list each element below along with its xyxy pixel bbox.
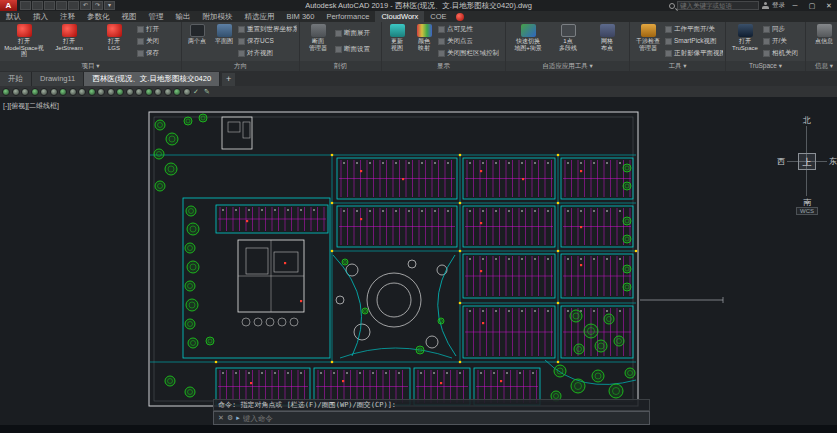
panel-label-adaptive-tools[interactable]: 自适应应用工具 ▾ [506, 61, 629, 71]
panel-label-orientation[interactable]: 方向 [182, 61, 299, 71]
compass-east[interactable]: 东 [829, 156, 837, 167]
dock-tool-icon[interactable] [183, 88, 191, 96]
open-jetstream-button[interactable]: 打开 JetStream [47, 23, 91, 60]
undo-icon[interactable]: ↶ [80, 1, 91, 10]
workplane-toggle-button[interactable]: 工作平面开/关 [665, 24, 723, 35]
dock-tool-icon[interactable] [88, 88, 96, 96]
view-compass[interactable]: 北 西 东 南 上 WCS [777, 115, 837, 215]
check-tool-icon[interactable]: ✓ [191, 88, 202, 96]
slice-settings-button[interactable]: 断面设置 [335, 44, 379, 55]
tab-default[interactable]: 默认 [0, 11, 27, 22]
dock-tool-icon[interactable] [126, 88, 134, 96]
dock-tool-icon[interactable] [154, 88, 162, 96]
dock-tool-icon[interactable] [107, 88, 115, 96]
project-close-button[interactable]: 关闭 [137, 36, 173, 47]
search-input[interactable] [677, 1, 759, 10]
compass-up-face[interactable]: 上 [798, 153, 816, 170]
dock-tool-icon[interactable] [135, 88, 143, 96]
tab-manage[interactable]: 管理 [143, 11, 170, 22]
color-map-button[interactable]: 颜色 映射 [411, 23, 437, 60]
open-truspace-button[interactable]: 打开 TruSpace [728, 23, 762, 60]
dock-tool-icon[interactable] [50, 88, 58, 96]
panel-label-tools[interactable]: 工具 ▾ [630, 61, 725, 71]
close-button[interactable]: ✕ [822, 0, 836, 11]
save-as-icon[interactable] [56, 1, 67, 10]
cad-drawing[interactable] [0, 97, 837, 433]
sign-in-label[interactable]: 登录 [772, 1, 785, 10]
model-space-viewport[interactable]: [-][俯视][二维线框] 北 西 东 南 上 WCS [0, 97, 837, 433]
dock-tool-icon[interactable] [164, 88, 172, 96]
point-visibility-button[interactable]: 点可见性 [438, 24, 503, 35]
command-input[interactable] [243, 414, 645, 423]
command-customize-icon[interactable]: ⚙ [227, 414, 233, 422]
dock-tool-icon[interactable] [59, 88, 67, 96]
dock-tool-icon[interactable] [78, 88, 86, 96]
tab-annotate[interactable]: 注释 [54, 11, 81, 22]
coordinate-system-menu[interactable]: WCS [796, 207, 818, 215]
fence-region-button[interactable]: 关闭围栏区域控制 [438, 48, 503, 59]
tab-coe[interactable]: COE [424, 11, 452, 22]
plugin-red-icon[interactable] [456, 13, 464, 21]
maximize-button[interactable]: ▢ [805, 0, 819, 11]
save-ucs-button[interactable]: 保存UCS [238, 36, 297, 47]
viewport-controls[interactable]: [-][俯视][二维线框] [3, 101, 59, 111]
panel-label-info[interactable]: 信息 ▾ [806, 61, 837, 71]
command-close-icon[interactable]: ✕ [218, 414, 224, 422]
dock-tool-icon[interactable] [145, 88, 153, 96]
dock-tool-icon[interactable] [40, 88, 48, 96]
panel-label-slice[interactable]: 剖切 [300, 61, 381, 71]
open-modelspace-view-button[interactable]: 打开 ModelSpace视图 [2, 23, 46, 60]
compass-north[interactable]: 北 [803, 115, 811, 126]
minimize-button[interactable]: ─ [788, 0, 802, 11]
dock-tool-icon[interactable] [116, 88, 124, 96]
grid-points-button[interactable]: 网格 布点 [588, 23, 626, 60]
point-info-button[interactable]: 点信息 [808, 23, 837, 60]
open-icon[interactable] [32, 1, 43, 10]
slice-manager-button[interactable]: 断面 管理器 [302, 23, 334, 60]
map-streetview-button[interactable]: 快速切换 地图+街景 [508, 23, 548, 60]
truspace-toggle-button[interactable]: 开/关 [763, 36, 803, 47]
dock-tool-icon[interactable] [97, 88, 105, 96]
app-menu-button[interactable]: A [0, 0, 17, 11]
dock-tool-icon[interactable] [12, 88, 20, 96]
dock-tool-icon[interactable] [31, 88, 39, 96]
plot-icon[interactable] [68, 1, 79, 10]
file-tab-start[interactable]: 开始 [0, 72, 32, 86]
new-icon[interactable] [20, 1, 31, 10]
new-drawing-tab-button[interactable]: + [222, 73, 235, 86]
tab-addins[interactable]: 附加模块 [197, 11, 239, 22]
project-save-button[interactable]: 保存 [137, 48, 173, 59]
tab-parametric[interactable]: 参数化 [81, 11, 116, 22]
tab-output[interactable]: 输出 [170, 11, 197, 22]
tab-bim360[interactable]: BIM 360 [281, 11, 321, 22]
dock-tool-icon[interactable] [21, 88, 29, 96]
qat-dropdown-icon[interactable]: ▾ [104, 1, 115, 10]
tab-performance[interactable]: Performance [320, 11, 375, 22]
reset-wcs-button[interactable]: 重置到世界坐标系 [238, 24, 297, 35]
camera-off-button[interactable]: 相机关闭 [763, 48, 803, 59]
one-point-polyline-button[interactable]: 1点 多段线 [549, 23, 587, 60]
save-icon[interactable] [44, 1, 55, 10]
tab-featured-apps[interactable]: 精选应用 [239, 11, 281, 22]
open-lgs-button[interactable]: 打开 LGS [92, 23, 136, 60]
smartpick-view-button[interactable]: SmartPick视图 [665, 36, 723, 47]
dock-tool-icon[interactable] [173, 88, 181, 96]
dock-tool-icon[interactable] [2, 88, 10, 96]
two-points-button[interactable]: 两个点 [184, 23, 210, 60]
tab-cloudworx[interactable]: CloudWorx [375, 11, 424, 22]
file-tab-drawing11[interactable]: Drawing11 [32, 72, 84, 86]
hide-pointcloud-button[interactable]: 关闭点云 [438, 36, 503, 47]
compass-west[interactable]: 西 [777, 156, 785, 167]
redo-icon[interactable]: ↷ [92, 1, 103, 10]
tab-insert[interactable]: 插入 [27, 11, 54, 22]
panel-label-project[interactable]: 项目 ▾ [0, 61, 181, 71]
align-view-button[interactable]: 对齐视图 [238, 48, 297, 59]
tab-view[interactable]: 视图 [116, 11, 143, 22]
panel-label-truspace[interactable]: TruSpace ▾ [726, 61, 805, 71]
clash-manager-button[interactable]: 干涉检查 管理器 [632, 23, 664, 60]
update-view-button[interactable]: 更新 视图 [384, 23, 410, 60]
slice-expand-button[interactable]: 断面展开 [335, 28, 379, 39]
project-open-button[interactable]: 打开 [137, 24, 173, 35]
dock-tool-icon[interactable] [69, 88, 77, 96]
file-tab-active-drawing[interactable]: 西林医(现况、文.目地形图核交0420 [84, 72, 220, 86]
